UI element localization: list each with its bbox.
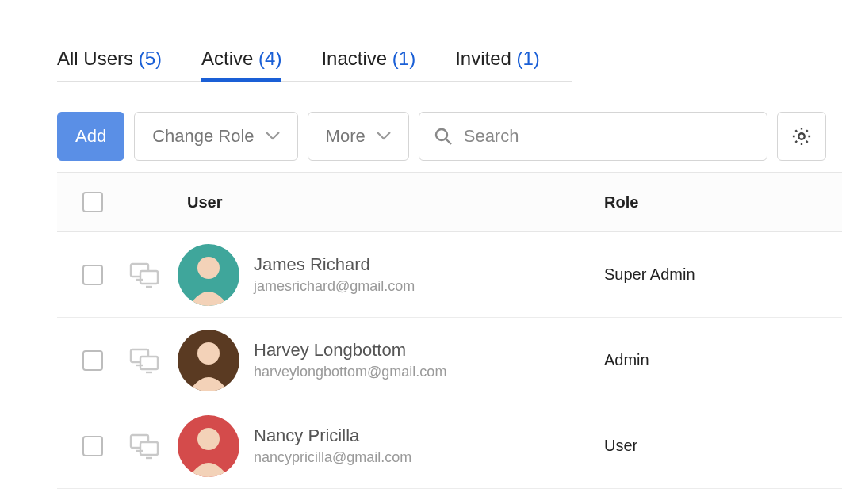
svg-line-1 (446, 139, 451, 145)
users-table: User Role James Richardjamesrichard@gmai… (57, 172, 842, 489)
svg-point-2 (798, 133, 804, 139)
row-checkbox[interactable] (82, 265, 103, 285)
change-role-dropdown[interactable]: Change Role (134, 112, 297, 161)
tab-active[interactable]: Active (4) (201, 48, 281, 81)
table-row: James Richardjamesrichard@gmail.comSuper… (57, 232, 842, 318)
tab-count: (1) (517, 48, 540, 69)
table-row: Nancy Pricillanancypricilla@gmail.comUse… (57, 403, 842, 489)
more-label: More (326, 126, 366, 147)
tab-inactive[interactable]: Inactive (1) (321, 48, 415, 81)
tab-all-users[interactable]: All Users (5) (57, 48, 162, 81)
user-email: nancypricilla@gmail.com (254, 449, 411, 466)
gear-icon (790, 125, 813, 147)
devices-icon (128, 262, 178, 288)
svg-rect-18 (140, 442, 158, 455)
toolbar: Add Change Role More (57, 112, 842, 161)
row-checkbox[interactable] (82, 436, 103, 456)
avatar (178, 330, 239, 391)
chevron-down-icon (266, 132, 280, 141)
devices-icon (128, 347, 178, 374)
svg-point-16 (197, 342, 220, 365)
user-name: Nancy Pricilla (254, 426, 411, 446)
svg-point-9 (197, 257, 220, 279)
more-dropdown[interactable]: More (308, 112, 409, 161)
user-name: Harvey Longbottom (254, 340, 446, 361)
tab-label: Active (201, 48, 253, 69)
avatar (178, 244, 239, 306)
column-header-user: User (178, 193, 604, 212)
column-header-role: Role (604, 193, 842, 212)
change-role-label: Change Role (152, 126, 254, 147)
table-row: Harvey Longbottomharveylongbottom@gmail.… (57, 318, 842, 403)
svg-rect-11 (140, 357, 158, 369)
svg-rect-4 (140, 271, 158, 284)
tab-label: Inactive (321, 48, 387, 69)
row-checkbox[interactable] (82, 350, 103, 371)
table-header: User Role (57, 172, 842, 232)
devices-icon (128, 433, 178, 460)
user-filter-tabs: All Users (5)Active (4)Inactive (1)Invit… (57, 48, 572, 82)
tab-count: (4) (258, 48, 281, 69)
tab-count: (5) (139, 48, 162, 69)
search-field[interactable] (419, 112, 767, 161)
select-all-checkbox[interactable] (82, 192, 103, 212)
tab-label: All Users (57, 48, 133, 69)
tab-label: Invited (455, 48, 511, 69)
avatar (178, 415, 239, 477)
user-email: harveylongbottom@gmail.com (254, 364, 446, 380)
chevron-down-icon (377, 132, 391, 141)
user-role: Super Admin (604, 265, 842, 284)
user-role: Admin (604, 351, 842, 369)
user-name: James Richard (254, 254, 415, 275)
user-email: jamesrichard@gmail.com (254, 278, 415, 295)
tab-count: (1) (392, 48, 415, 69)
tab-invited[interactable]: Invited (1) (455, 48, 540, 81)
settings-button[interactable] (777, 112, 826, 161)
search-input[interactable] (462, 125, 752, 147)
add-button[interactable]: Add (57, 112, 124, 161)
search-icon (434, 127, 453, 146)
user-role: User (604, 437, 842, 455)
svg-point-23 (197, 428, 220, 450)
svg-point-0 (436, 129, 447, 140)
